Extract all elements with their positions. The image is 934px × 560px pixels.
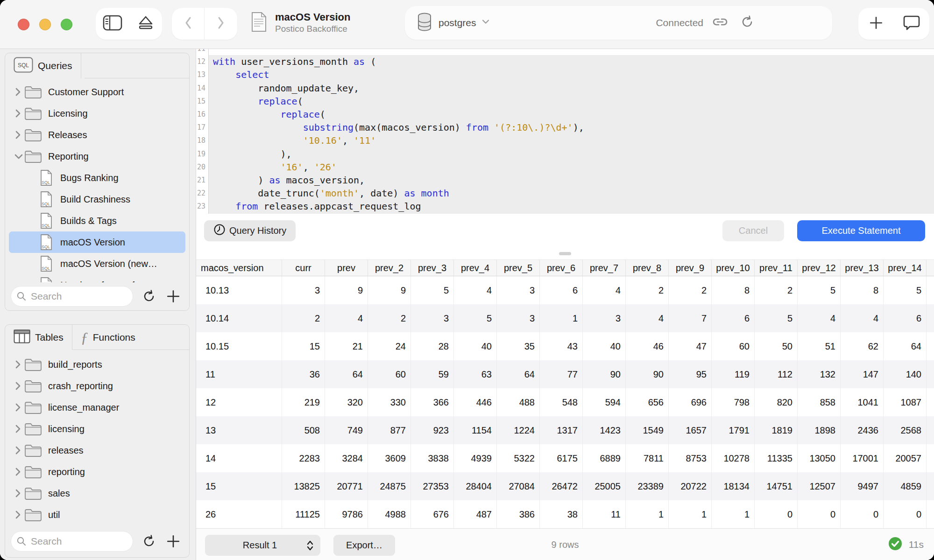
reconnect-refresh-icon[interactable]: [740, 14, 755, 31]
cell-prev_10[interactable]: 798: [712, 388, 755, 416]
cell-prev_8[interactable]: 7811: [626, 444, 669, 472]
code-text[interactable]: '10.16', '11': [208, 135, 376, 146]
cell-prev[interactable]: 749: [325, 416, 368, 444]
column-header-prev_10[interactable]: prev_10: [712, 260, 755, 276]
cell-prev_14[interactable]: 0: [884, 500, 927, 528]
cell-prev_7[interactable]: 11: [583, 500, 626, 528]
cell-prev_14[interactable]: 6: [884, 304, 927, 332]
chevron-right-icon[interactable]: [14, 108, 24, 119]
cell-prev_14[interactable]: 64: [884, 332, 927, 360]
code-text[interactable]: ),: [208, 148, 292, 160]
editor-line-17[interactable]: 17 substring(max(macos_version) from '(?…: [196, 121, 934, 134]
cell-prev_5[interactable]: 35: [497, 332, 540, 360]
code-text[interactable]: from releases.appcast_request_log: [208, 201, 421, 212]
cell-prev_2[interactable]: 9: [368, 276, 411, 304]
cell-prev_13[interactable]: 8: [841, 276, 884, 304]
editor-results-splitter[interactable]: [196, 247, 934, 259]
cell-prev_8[interactable]: 1: [626, 500, 669, 528]
cell-prev_8[interactable]: 46: [626, 332, 669, 360]
editor-line-11[interactable]: 11: [196, 49, 934, 55]
code-text[interactable]: replace(: [208, 109, 325, 120]
splitter-handle[interactable]: [559, 252, 571, 255]
editor-line-18[interactable]: 18 '10.16', '11': [196, 134, 934, 147]
cell-prev_12[interactable]: 51: [798, 332, 841, 360]
cell-prev_11[interactable]: 5: [755, 304, 798, 332]
cell-prev_14[interactable]: 20057: [884, 444, 927, 472]
cell-prev_6[interactable]: 1317: [540, 416, 583, 444]
sidebar-schema-build_reports[interactable]: build_reports: [5, 354, 189, 375]
cell-prev_8[interactable]: 90: [626, 360, 669, 388]
tab-tables[interactable]: Tables: [5, 325, 72, 350]
cell-prev_6[interactable]: 26472: [540, 472, 583, 500]
cell-prev_11[interactable]: 1819: [755, 416, 798, 444]
cell-prev_6[interactable]: 38: [540, 500, 583, 528]
cell-curr[interactable]: 508: [282, 416, 325, 444]
editor-line-16[interactable]: 16 replace(: [196, 108, 934, 121]
cell-prev_9[interactable]: 7: [669, 304, 712, 332]
cell-prev_3[interactable]: 28: [411, 332, 454, 360]
column-header-prev_4[interactable]: prev_4: [454, 260, 497, 276]
cell-prev_12[interactable]: 858: [798, 388, 841, 416]
cell-prev_12[interactable]: 4: [798, 304, 841, 332]
column-header-prev_5[interactable]: prev_5: [497, 260, 540, 276]
cell-prev_3[interactable]: 366: [411, 388, 454, 416]
cell-prev_4[interactable]: 40: [454, 332, 497, 360]
queries-add-button[interactable]: [165, 288, 182, 305]
cell-macos_version[interactable]: 14: [196, 444, 282, 472]
cell-prev_13[interactable]: 4: [841, 304, 884, 332]
code-text[interactable]: select: [208, 69, 269, 80]
cell-prev_11[interactable]: 11335: [755, 444, 798, 472]
editor-line-21[interactable]: 21 ) as macos_version,: [196, 174, 934, 187]
cell-prev_7[interactable]: 594: [583, 388, 626, 416]
cell-prev_13[interactable]: 0: [841, 500, 884, 528]
cell-macos_version[interactable]: 10.15: [196, 332, 282, 360]
editor-line-15[interactable]: 15 replace(: [196, 95, 934, 108]
queries-refresh-button[interactable]: [141, 288, 157, 305]
cell-prev_10[interactable]: 18134: [712, 472, 755, 500]
cell-prev_3[interactable]: 27353: [411, 472, 454, 500]
editor-line-19[interactable]: 19 ),: [196, 147, 934, 161]
cell-prev_4[interactable]: 28404: [454, 472, 497, 500]
cell-prev_7[interactable]: 25005: [583, 472, 626, 500]
sidebar-query-bugs-ranking[interactable]: SQLBugs Ranking: [5, 167, 189, 189]
cell-curr[interactable]: 3: [282, 276, 325, 304]
cell-prev_2[interactable]: 4988: [368, 500, 411, 528]
result-row-10.13[interactable]: 10.13399543642282585: [196, 276, 934, 304]
cell-curr[interactable]: 2283: [282, 444, 325, 472]
cell-prev[interactable]: 20771: [325, 472, 368, 500]
cell-prev_2[interactable]: 24: [368, 332, 411, 360]
cell-prev_4[interactable]: 4939: [454, 444, 497, 472]
editor-line-20[interactable]: 20 '16', '26': [196, 161, 934, 174]
column-header-prev[interactable]: prev: [325, 260, 368, 276]
cell-prev_9[interactable]: 1657: [669, 416, 712, 444]
result-row-26[interactable]: 26111259786498867648738638111110000: [196, 500, 934, 528]
column-header-prev_14[interactable]: prev_14: [884, 260, 927, 276]
cell-prev_4[interactable]: 4: [454, 276, 497, 304]
cell-prev_7[interactable]: 1423: [583, 416, 626, 444]
cell-prev_5[interactable]: 386: [497, 500, 540, 528]
cell-prev_9[interactable]: 696: [669, 388, 712, 416]
cell-prev_13[interactable]: 9497: [841, 472, 884, 500]
result-row-15[interactable]: 1513825207712487527353284042708426472250…: [196, 472, 934, 500]
cell-curr[interactable]: 15: [282, 332, 325, 360]
cell-prev_5[interactable]: 64: [497, 360, 540, 388]
cell-prev_2[interactable]: 330: [368, 388, 411, 416]
cell-prev_4[interactable]: 1154: [454, 416, 497, 444]
cell-prev_6[interactable]: 43: [540, 332, 583, 360]
column-header-prev_3[interactable]: prev_3: [411, 260, 454, 276]
cell-prev_3[interactable]: 676: [411, 500, 454, 528]
cell-macos_version[interactable]: 10.14: [196, 304, 282, 332]
result-row-10.15[interactable]: 10.15152124284035434046476050516264: [196, 332, 934, 360]
result-row-13[interactable]: 1350874987792311541224131714231549165717…: [196, 416, 934, 444]
close-window-button[interactable]: [18, 19, 29, 30]
database-selector[interactable]: postgres: [439, 17, 476, 28]
tables-search-input[interactable]: [11, 531, 133, 552]
chevron-right-icon[interactable]: [14, 488, 24, 498]
cell-prev_12[interactable]: 5: [798, 276, 841, 304]
cell-prev_13[interactable]: 147: [841, 360, 884, 388]
queries-search-input[interactable]: [11, 286, 133, 307]
chevron-right-icon[interactable]: [14, 445, 24, 455]
cell-curr[interactable]: 2: [282, 304, 325, 332]
sidebar-schema-licensing[interactable]: licensing: [5, 418, 189, 440]
cell-prev_3[interactable]: 59: [411, 360, 454, 388]
